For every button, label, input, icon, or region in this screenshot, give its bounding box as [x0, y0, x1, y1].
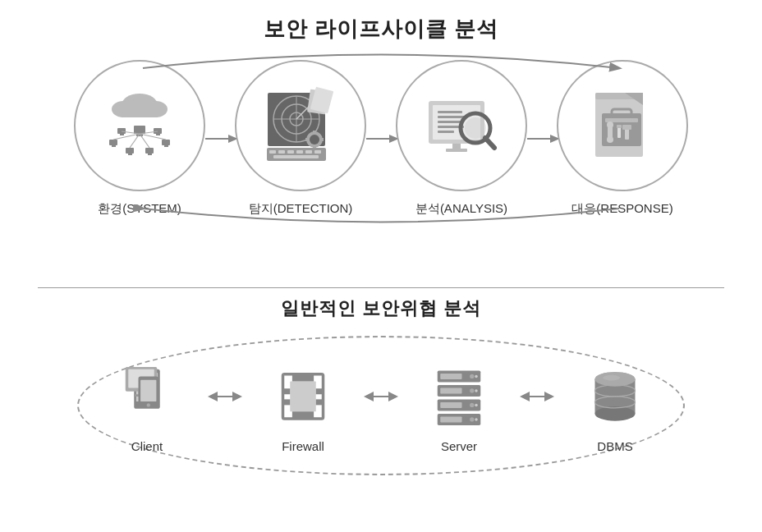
svg-point-87 [147, 403, 150, 406]
svg-point-109 [475, 403, 478, 406]
server-label: Server [441, 439, 477, 453]
svg-rect-55 [438, 121, 461, 123]
circle-detection-icon [235, 60, 366, 191]
svg-rect-8 [117, 128, 126, 134]
svg-rect-9 [120, 134, 124, 135]
svg-rect-10 [162, 140, 170, 145]
svg-rect-99 [440, 373, 461, 378]
dbms-label: DBMS [597, 439, 632, 453]
svg-rect-96 [292, 411, 314, 419]
svg-rect-111 [440, 416, 461, 422]
bottom-item-client: Client [90, 359, 204, 453]
svg-rect-92 [316, 388, 324, 394]
bottom-arrow-1 [204, 388, 246, 405]
svg-rect-90 [290, 381, 316, 411]
bottom-item-firewall: Firewall [246, 359, 360, 453]
bottom-arrow-3 [516, 388, 558, 405]
svg-rect-11 [164, 145, 168, 147]
svg-rect-103 [440, 388, 461, 393]
circle-system-icon [74, 60, 205, 191]
svg-rect-94 [316, 399, 324, 405]
svg-rect-95 [292, 374, 314, 381]
circle-response: 대응(RESPONSE) [557, 60, 688, 217]
svg-rect-7 [112, 145, 116, 147]
server-icon [426, 359, 492, 433]
svg-rect-43 [278, 150, 285, 154]
svg-marker-50 [389, 135, 397, 143]
svg-rect-93 [283, 399, 291, 405]
svg-rect-77 [622, 125, 631, 130]
svg-point-113 [475, 418, 478, 421]
bottom-item-dbms: DBMS [558, 359, 672, 453]
svg-rect-41 [267, 148, 326, 161]
svg-rect-45 [296, 150, 303, 154]
svg-rect-57 [438, 131, 454, 133]
svg-point-108 [470, 402, 474, 406]
circle-analysis: 분석(ANALYSIS) [396, 60, 527, 217]
firewall-label: Firewall [282, 439, 324, 453]
sub-title: 일반적인 보안위협 분석 [281, 296, 481, 321]
top-arrow-svg [102, 45, 660, 75]
svg-rect-48 [273, 155, 319, 158]
svg-rect-44 [287, 150, 294, 154]
svg-rect-12 [154, 128, 162, 134]
circle-detection: 탐지(DETECTION) [235, 60, 366, 217]
svg-point-73 [607, 136, 613, 143]
bottom-arrow-svg [102, 204, 660, 229]
svg-rect-13 [156, 134, 160, 135]
svg-point-117 [595, 406, 636, 421]
circle-response-icon [557, 60, 688, 191]
svg-rect-91 [283, 388, 291, 394]
svg-rect-17 [148, 154, 152, 155]
client-label: Client [131, 439, 163, 453]
bottom-arrow-2 [360, 388, 402, 405]
svg-rect-4 [134, 126, 145, 134]
bottom-items-row: Client [90, 359, 672, 453]
svg-point-34 [310, 135, 319, 144]
svg-rect-6 [109, 140, 117, 145]
arrow-2 [365, 131, 397, 147]
arrow-1 [204, 131, 236, 147]
svg-rect-42 [269, 150, 276, 154]
analysis-icon [416, 80, 507, 171]
svg-point-121 [603, 374, 620, 380]
svg-rect-38 [320, 138, 324, 141]
svg-rect-107 [440, 401, 461, 407]
svg-rect-3 [122, 108, 158, 117]
svg-rect-14 [126, 148, 134, 154]
svg-marker-25 [228, 135, 236, 143]
svg-line-62 [485, 138, 494, 148]
svg-point-101 [475, 374, 478, 378]
svg-rect-76 [625, 128, 629, 140]
svg-point-112 [470, 417, 474, 421]
svg-rect-37 [305, 138, 309, 141]
dbms-icon [582, 359, 648, 433]
svg-rect-15 [128, 154, 132, 155]
bottom-section: 일반적인 보안위협 분석 [0, 288, 762, 475]
top-section: 보안 라이프사이클 분석 [0, 0, 762, 263]
svg-point-105 [475, 389, 478, 392]
main-title: 보안 라이프사이클 분석 [0, 15, 762, 44]
oval-container: Client [77, 336, 685, 475]
svg-point-72 [607, 122, 613, 128]
svg-rect-47 [314, 150, 321, 154]
arrow-3 [526, 131, 558, 147]
system-icon [94, 80, 185, 171]
detection-icon [255, 80, 346, 171]
svg-rect-53 [438, 111, 462, 113]
bottom-item-server: Server [402, 359, 516, 453]
svg-rect-16 [145, 148, 154, 154]
svg-rect-35 [313, 131, 316, 134]
svg-point-61 [465, 117, 486, 139]
svg-point-104 [470, 388, 474, 392]
svg-rect-59 [446, 149, 467, 152]
circle-system: 환경(SYSTEM) [74, 60, 205, 217]
svg-rect-75 [617, 125, 622, 128]
firewall-icon [270, 359, 336, 433]
response-icon [577, 80, 668, 171]
svg-point-100 [470, 374, 474, 378]
client-icon [114, 359, 180, 433]
svg-marker-64 [550, 135, 558, 143]
svg-rect-86 [140, 379, 156, 401]
svg-rect-46 [305, 150, 312, 154]
